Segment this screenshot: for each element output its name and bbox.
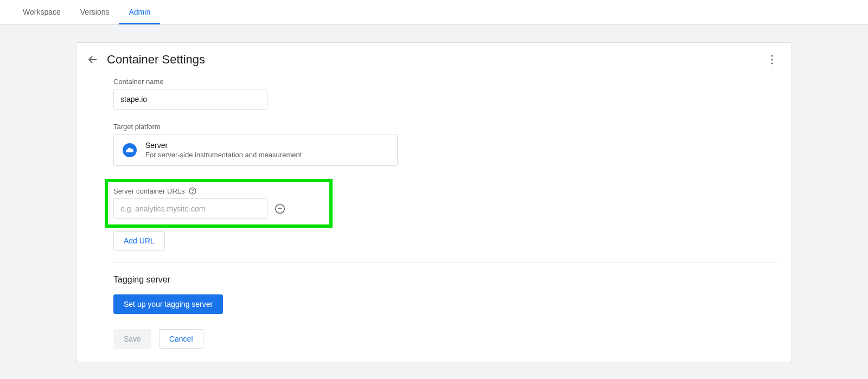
page-title: Container Settings	[107, 53, 765, 67]
tab-versions[interactable]: Versions	[71, 0, 119, 24]
cloud-icon	[123, 143, 137, 157]
tab-admin[interactable]: Admin	[119, 0, 160, 24]
save-button: Save	[113, 329, 151, 349]
setup-tagging-server-button[interactable]: Set up your tagging server	[113, 294, 223, 314]
cancel-button[interactable]: Cancel	[159, 329, 203, 349]
help-icon[interactable]	[188, 187, 197, 195]
platform-title: Server	[145, 141, 302, 150]
platform-description: For server-side instrumentation and meas…	[145, 151, 302, 159]
svg-point-0	[771, 55, 773, 56]
tagging-server-heading: Tagging server	[113, 275, 778, 285]
more-vert-icon[interactable]	[765, 53, 778, 66]
divider	[113, 262, 778, 263]
svg-point-2	[771, 62, 773, 64]
server-urls-label: Server container URLs	[113, 187, 324, 195]
server-urls-label-text: Server container URLs	[113, 187, 185, 195]
server-url-input[interactable]	[113, 198, 267, 219]
server-urls-highlight: Server container URLs	[105, 179, 333, 228]
svg-point-4	[192, 192, 193, 193]
platform-text: Server For server-side instrumentation a…	[145, 141, 302, 159]
server-url-row	[113, 198, 324, 219]
target-platform-label: Target platform	[113, 123, 778, 131]
add-url-button[interactable]: Add URL	[113, 231, 165, 250]
back-arrow-icon[interactable]	[86, 53, 99, 66]
target-platform-card[interactable]: Server For server-side instrumentation a…	[113, 134, 398, 166]
panel-body: Container name Target platform Server Fo…	[76, 71, 792, 362]
top-tabs: Workspace Versions Admin	[0, 0, 868, 25]
container-settings-panel: Container Settings Container name Target…	[76, 42, 792, 362]
container-name-label: Container name	[113, 78, 778, 86]
remove-url-icon[interactable]	[274, 203, 286, 215]
target-platform-group: Target platform Server For server-side i…	[113, 123, 778, 166]
tab-workspace[interactable]: Workspace	[13, 0, 71, 24]
container-name-group: Container name	[113, 78, 778, 110]
svg-point-1	[771, 59, 773, 60]
container-name-input[interactable]	[113, 89, 267, 110]
panel-header: Container Settings	[76, 43, 792, 71]
footer-actions: Save Cancel	[113, 329, 778, 349]
